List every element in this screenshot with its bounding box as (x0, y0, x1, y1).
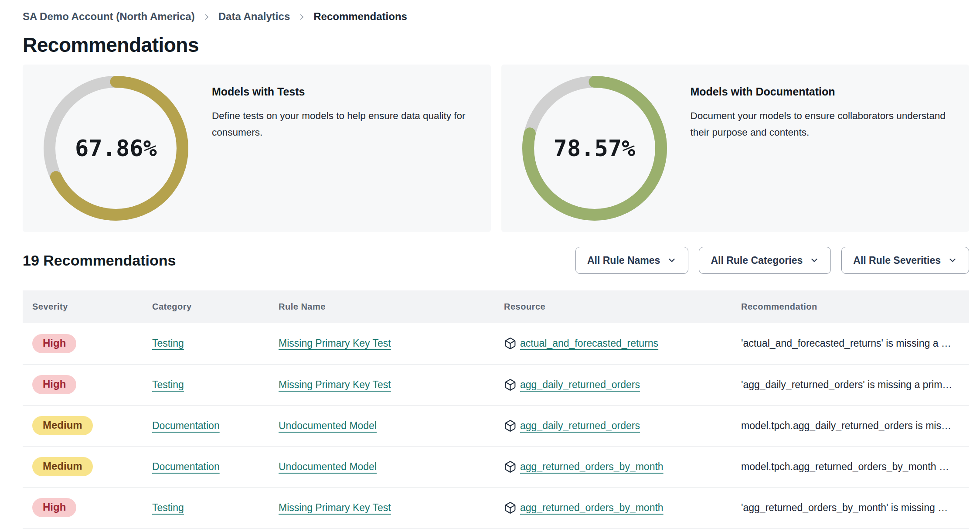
donut-percentage: 67.86% (43, 75, 189, 222)
filter-dropdown[interactable]: All Rule Severities (841, 247, 969, 274)
filter-dropdown-label: All Rule Categories (711, 255, 803, 266)
column-header-recommendation: Recommendation (732, 290, 969, 323)
recommendation-text: model.tpch.agg_daily_returned_orders is … (732, 405, 969, 446)
recommendations-page: SA Demo Account (North America) Data Ana… (0, 0, 980, 529)
breadcrumb-item: Recommendations (313, 10, 407, 23)
filter-bar: All Rule Names All Rule Categories All R… (575, 247, 969, 274)
table-header-row: Severity Category Rule Name Resource Rec… (23, 290, 969, 323)
column-header-category: Category (143, 290, 269, 323)
severity-badge: High (32, 498, 76, 517)
severity-badge: Medium (32, 457, 93, 476)
card-text: Models with Tests Define tests on your m… (212, 65, 471, 141)
recommendations-table: Severity Category Rule Name Resource Rec… (23, 290, 969, 529)
breadcrumb-item[interactable]: Data Analytics (218, 10, 290, 23)
resource-link[interactable]: agg_returned_orders_by_month (520, 502, 664, 514)
metric-card: 78.57% Models with Documentation Documen… (501, 65, 970, 232)
resource-link[interactable]: actual_and_forecasted_returns (520, 338, 658, 349)
resource-link[interactable]: agg_daily_returned_orders (520, 420, 640, 432)
recommendation-text: model.tpch.agg_returned_orders_by_month … (732, 446, 969, 487)
list-header: 19 Recommendations All Rule Names All Ru… (23, 247, 969, 274)
table-row: Medium Documentation Undocumented Model … (23, 405, 969, 446)
card-text: Models with Documentation Document your … (691, 65, 949, 141)
donut-chart: 78.57% (521, 75, 668, 222)
filter-dropdown[interactable]: All Rule Categories (699, 247, 831, 274)
table-row: High Testing Missing Primary Key Test ac… (23, 323, 969, 364)
card-description: Define tests on your models to help ensu… (212, 108, 471, 141)
table-row: High Testing Missing Primary Key Test ag… (23, 487, 969, 528)
filter-dropdown[interactable]: All Rule Names (575, 247, 688, 274)
recommendation-text: 'agg_daily_returned_orders' is missing a… (732, 364, 969, 405)
table-row: High Testing Missing Primary Key Test ag… (23, 364, 969, 405)
rule-name-link[interactable]: Undocumented Model (279, 420, 377, 431)
donut-percentage: 78.57% (521, 75, 668, 222)
rule-name-link[interactable]: Undocumented Model (279, 461, 377, 472)
card-description: Document your models to ensure collabora… (691, 108, 949, 141)
severity-badge: Medium (32, 416, 93, 435)
model-cube-icon (504, 379, 517, 391)
table-row: Medium Documentation Undocumented Model … (23, 446, 969, 487)
severity-badge: High (32, 334, 76, 353)
rule-name-link[interactable]: Missing Primary Key Test (279, 502, 391, 513)
card-title: Models with Tests (212, 85, 471, 98)
model-cube-icon (504, 419, 517, 432)
resource-link[interactable]: agg_returned_orders_by_month (520, 461, 664, 473)
page-title: Recommendations (23, 33, 969, 57)
chevron-down-icon (667, 256, 677, 265)
breadcrumb-item[interactable]: SA Demo Account (North America) (23, 10, 195, 23)
chevron-down-icon (948, 256, 957, 265)
model-cube-icon (504, 460, 517, 473)
column-header-resource: Resource (494, 290, 732, 323)
column-header-rule-name: Rule Name (269, 290, 494, 323)
filter-dropdown-label: All Rule Names (587, 255, 660, 266)
metric-cards: 67.86% Models with Tests Define tests on… (23, 65, 969, 232)
category-link[interactable]: Testing (152, 502, 184, 513)
severity-badge: High (32, 375, 76, 394)
card-title: Models with Documentation (691, 85, 949, 98)
breadcrumb: SA Demo Account (North America) Data Ana… (23, 0, 969, 23)
category-link[interactable]: Documentation (152, 420, 220, 431)
model-cube-icon (504, 501, 517, 514)
rule-name-link[interactable]: Missing Primary Key Test (279, 338, 391, 349)
donut-chart: 67.86% (43, 75, 189, 222)
column-header-severity: Severity (23, 290, 143, 323)
recommendations-count-title: 19 Recommendations (23, 252, 176, 269)
chevron-right-icon (203, 13, 211, 21)
chevron-right-icon (298, 13, 306, 21)
resource-link[interactable]: agg_daily_returned_orders (520, 379, 640, 391)
recommendation-text: 'actual_and_forecasted_returns' is missi… (732, 323, 969, 364)
category-link[interactable]: Documentation (152, 461, 220, 472)
filter-dropdown-label: All Rule Severities (853, 255, 941, 266)
category-link[interactable]: Testing (152, 379, 184, 390)
category-link[interactable]: Testing (152, 338, 184, 349)
rule-name-link[interactable]: Missing Primary Key Test (279, 379, 391, 390)
metric-card: 67.86% Models with Tests Define tests on… (23, 65, 491, 232)
recommendation-text: 'agg_returned_orders_by_month' is missin… (732, 487, 969, 528)
model-cube-icon (504, 337, 517, 350)
chevron-down-icon (810, 256, 819, 265)
